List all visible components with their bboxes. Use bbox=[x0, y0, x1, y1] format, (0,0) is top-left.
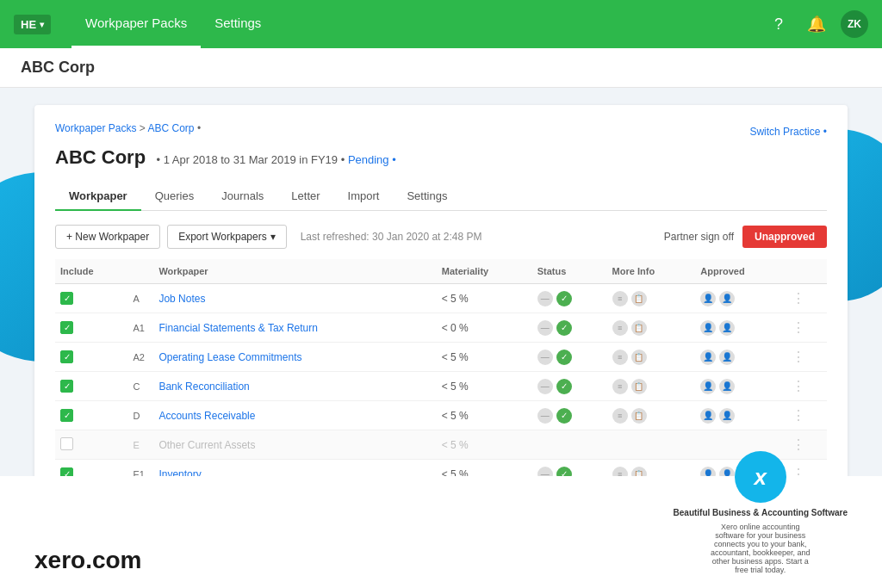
drag-handle-icon[interactable]: ⋮ bbox=[792, 350, 805, 364]
tab-workpaper[interactable]: Workpaper bbox=[55, 183, 141, 211]
breadcrumb-workpaper-packs[interactable]: Workpaper Packs bbox=[55, 122, 136, 134]
more-info-doc-icon: ≡ bbox=[612, 379, 628, 394]
row-status: — ✓ bbox=[532, 401, 607, 430]
row-approved: 👤 👤 bbox=[695, 372, 786, 401]
row-checkbox[interactable] bbox=[60, 409, 73, 422]
toolbar-right: Partner sign off Unapproved bbox=[664, 226, 827, 248]
breadcrumb-abc-corp[interactable]: ABC Corp bbox=[148, 122, 195, 134]
approved-person1-icon: 👤 bbox=[700, 320, 716, 336]
nav-logo[interactable]: HE ▾ bbox=[14, 15, 51, 34]
row-code: A1 bbox=[127, 313, 153, 343]
nav-link-workpaper-packs[interactable]: Workpaper Packs bbox=[71, 0, 201, 48]
tabs: Workpaper Queries Journals Letter Import… bbox=[55, 183, 827, 211]
drag-handle-icon[interactable]: ⋮ bbox=[792, 291, 805, 306]
drag-handle-icon[interactable]: ⋮ bbox=[792, 408, 805, 423]
nav-link-settings[interactable]: Settings bbox=[201, 0, 275, 48]
row-approved: 👤 👤 bbox=[695, 401, 786, 430]
status-check-icon: ✓ bbox=[556, 291, 572, 306]
row-approved: 👤 👤 bbox=[695, 343, 786, 372]
drag-handle-icon[interactable]: ⋮ bbox=[792, 320, 805, 335]
user-avatar[interactable]: ZK bbox=[841, 10, 868, 38]
tab-journals[interactable]: Journals bbox=[208, 183, 277, 211]
partner-sign-off-label: Partner sign off bbox=[664, 231, 734, 243]
col-more-info: More Info bbox=[607, 259, 696, 284]
status-minus-icon: — bbox=[537, 408, 553, 424]
col-actions bbox=[786, 259, 827, 284]
status-check-icon: ✓ bbox=[556, 350, 572, 365]
nav-right: ? 🔔 ZK bbox=[765, 10, 868, 38]
approved-person2-icon: 👤 bbox=[719, 379, 735, 394]
row-checkbox[interactable] bbox=[60, 380, 73, 393]
more-info-doc-icon: ≡ bbox=[612, 320, 628, 336]
tab-import[interactable]: Import bbox=[334, 183, 394, 211]
row-code: D bbox=[127, 401, 153, 430]
export-workpapers-button[interactable]: Export Workpapers ▾ bbox=[167, 225, 287, 249]
unapproved-button[interactable]: Unapproved bbox=[742, 226, 827, 248]
approved-person2-icon: 👤 bbox=[719, 291, 735, 306]
col-code bbox=[127, 259, 153, 284]
status-minus-icon: — bbox=[537, 379, 553, 394]
row-materiality: < 5 % bbox=[437, 401, 532, 430]
approved-person2-icon: 👤 bbox=[719, 320, 735, 336]
drag-handle-icon[interactable]: ⋮ bbox=[792, 379, 805, 393]
row-name[interactable]: Financial Statements & Tax Return bbox=[158, 322, 318, 334]
row-materiality: < 5 % bbox=[437, 430, 532, 460]
tab-settings[interactable]: Settings bbox=[393, 183, 461, 211]
help-icon[interactable]: ? bbox=[765, 10, 792, 38]
row-approved: 👤 👤 bbox=[695, 313, 786, 343]
row-name[interactable]: Job Notes bbox=[158, 293, 205, 305]
row-status: — ✓ bbox=[532, 284, 607, 313]
row-checkbox[interactable] bbox=[60, 321, 73, 334]
row-drag-handle[interactable]: ⋮ bbox=[786, 284, 827, 313]
row-status: — ✓ bbox=[532, 372, 607, 401]
col-include: Include bbox=[55, 259, 127, 284]
more-info-doc-icon: ≡ bbox=[612, 350, 628, 365]
page-title: ABC Corp bbox=[21, 59, 95, 76]
row-more-info: ≡ 📋 bbox=[607, 313, 696, 343]
row-name[interactable]: Accounts Receivable bbox=[158, 410, 255, 422]
xero-brand-label: Beautiful Business & Accounting Software bbox=[674, 508, 848, 517]
row-drag-handle[interactable]: ⋮ bbox=[786, 401, 827, 430]
approved-person2-icon: 👤 bbox=[719, 350, 735, 365]
breadcrumb: Workpaper Packs > ABC Corp • bbox=[55, 122, 201, 134]
row-code: E bbox=[127, 430, 153, 460]
row-code: A2 bbox=[127, 343, 153, 372]
row-checkbox[interactable] bbox=[60, 292, 73, 305]
row-checkbox[interactable] bbox=[60, 437, 73, 450]
row-checkbox[interactable] bbox=[60, 350, 73, 363]
row-name: Other Current Assets bbox=[158, 439, 255, 451]
more-info-doc2-icon: 📋 bbox=[631, 408, 647, 424]
more-info-doc2-icon: 📋 bbox=[631, 350, 647, 365]
entity-header: ABC Corp • 1 Apr 2018 to 31 Mar 2019 in … bbox=[55, 146, 827, 169]
more-info-doc2-icon: 📋 bbox=[631, 320, 647, 336]
footer: xero.com x Beautiful Business & Accounti… bbox=[0, 476, 882, 588]
switch-practice-link[interactable]: Switch Practice • bbox=[749, 126, 827, 138]
approved-person2-icon: 👤 bbox=[719, 408, 735, 424]
tab-queries[interactable]: Queries bbox=[141, 183, 208, 211]
new-workpaper-button[interactable]: + New Workpaper bbox=[55, 225, 160, 249]
approved-person1-icon: 👤 bbox=[700, 291, 716, 306]
nav-logo-arrow: ▾ bbox=[40, 20, 44, 29]
entity-status[interactable]: Pending • bbox=[348, 153, 396, 166]
row-drag-handle[interactable]: ⋮ bbox=[786, 313, 827, 343]
row-drag-handle[interactable]: ⋮ bbox=[786, 343, 827, 372]
row-more-info: ≡ 📋 bbox=[607, 372, 696, 401]
row-materiality: < 0 % bbox=[437, 313, 532, 343]
row-name[interactable]: Bank Reconciliation bbox=[158, 381, 249, 393]
row-status: — ✓ bbox=[532, 343, 607, 372]
drag-handle-icon[interactable]: ⋮ bbox=[792, 437, 805, 452]
approved-person1-icon: 👤 bbox=[700, 379, 716, 394]
nav-links: Workpaper Packs Settings bbox=[71, 0, 275, 48]
table-row: A1Financial Statements & Tax Return< 0 %… bbox=[55, 313, 827, 343]
row-materiality: < 5 % bbox=[437, 343, 532, 372]
tab-letter[interactable]: Letter bbox=[277, 183, 333, 211]
entity-meta: • 1 Apr 2018 to 31 Mar 2019 in FY19 • Pe… bbox=[157, 153, 396, 166]
table-row: CBank Reconciliation< 5 % — ✓ ≡ 📋 👤 👤 ⋮ bbox=[55, 372, 827, 401]
row-more-info: ≡ 📋 bbox=[607, 284, 696, 313]
row-code: C bbox=[127, 372, 153, 401]
row-name[interactable]: Operating Lease Commitments bbox=[158, 351, 301, 363]
export-arrow-icon: ▾ bbox=[270, 231, 276, 243]
col-workpaper: Workpaper bbox=[153, 259, 436, 284]
notification-icon[interactable]: 🔔 bbox=[803, 10, 830, 38]
row-drag-handle[interactable]: ⋮ bbox=[786, 372, 827, 401]
